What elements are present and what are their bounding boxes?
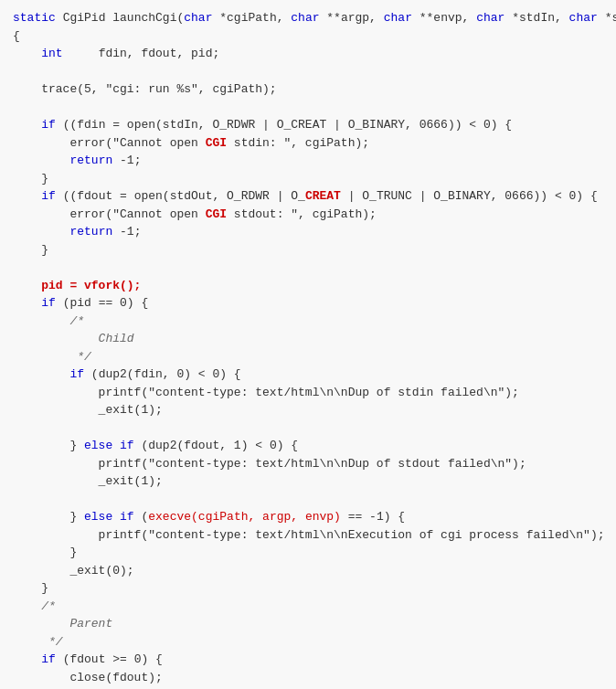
keyword-static: static bbox=[13, 11, 56, 25]
code-text: *cgiPath, bbox=[212, 11, 291, 25]
creat-text: CREAT bbox=[305, 189, 341, 203]
keyword-if2: if bbox=[41, 189, 56, 203]
code-container: static CgiPid launchCgi(char *cgiPath, c… bbox=[0, 0, 616, 689]
code-text16 bbox=[112, 510, 120, 524]
keyword-char3: char bbox=[384, 11, 412, 25]
keyword-if3: if bbox=[41, 296, 56, 310]
code-text17: ( bbox=[134, 510, 149, 524]
code-text: **envp, bbox=[412, 11, 476, 25]
keyword-char2: char bbox=[291, 11, 319, 25]
keyword-char4: char bbox=[476, 11, 504, 25]
keyword-return1: return bbox=[69, 154, 112, 167]
code-text6: ((fdout = open(stdOut, O_RDWR | O_ bbox=[56, 189, 305, 203]
code-text: **argp, bbox=[320, 11, 384, 25]
code-block: static CgiPid launchCgi(char *cgiPath, c… bbox=[13, 9, 603, 689]
keyword-else1: else bbox=[84, 439, 112, 452]
code-text: *stdIn, bbox=[504, 11, 568, 25]
execve-call: execve(cgiPath, argp, envp) bbox=[148, 510, 341, 524]
code-text18: == -1) { printf("content-type: text/html… bbox=[13, 510, 605, 613]
code-text: CgiPid launchCgi( bbox=[63, 11, 185, 25]
vfork-line: pid = vfork(); bbox=[13, 279, 141, 292]
keyword-else2: else bbox=[84, 510, 112, 524]
keyword-char: char bbox=[184, 11, 212, 25]
keyword-return2: return bbox=[69, 225, 112, 238]
code-text19 bbox=[13, 652, 41, 666]
keyword-if6: if bbox=[120, 510, 134, 524]
keyword-if5: if bbox=[120, 439, 134, 452]
code-text10 bbox=[13, 296, 41, 310]
cgi-text2: CGI bbox=[206, 207, 227, 221]
keyword-char5: char bbox=[569, 11, 598, 25]
keyword-if1: if bbox=[41, 118, 56, 132]
code-text14 bbox=[112, 439, 120, 452]
keyword-if4: if bbox=[69, 367, 84, 381]
cgi-text1: CGI bbox=[206, 136, 227, 150]
keyword-int: int bbox=[41, 47, 62, 60]
keyword-if7: if bbox=[41, 652, 56, 666]
code-text12 bbox=[13, 367, 69, 381]
